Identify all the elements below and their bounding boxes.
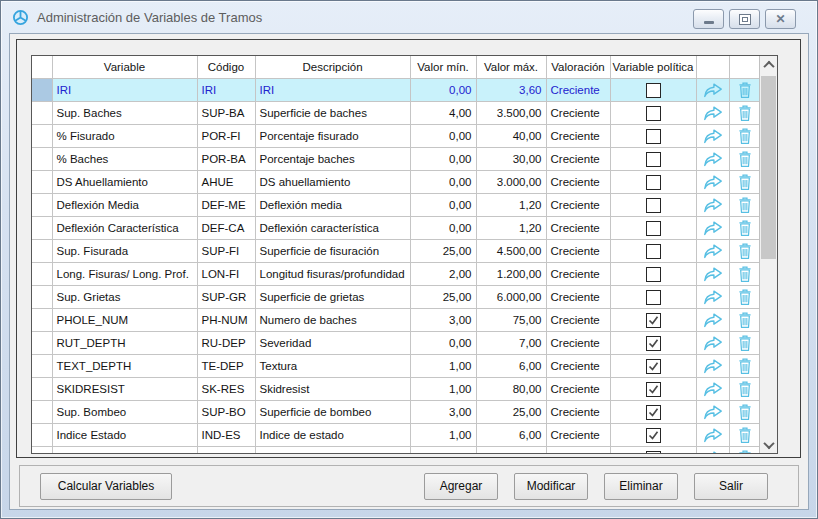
cell-variable[interactable]: SKIDRESIST <box>52 378 197 401</box>
cell-valoracion[interactable]: Creciente <box>546 378 610 401</box>
delete-action-button[interactable] <box>729 263 760 286</box>
cell-valoracion[interactable]: Creciente <box>546 263 610 286</box>
delete-button[interactable]: Eliminar <box>604 473 678 500</box>
scroll-down-button[interactable] <box>760 436 777 453</box>
cell-descripcion[interactable]: Deflexión media <box>255 194 410 217</box>
table-row[interactable]: SKIDRESIST SK-RES Skidresist 1,00 80,00 … <box>32 378 760 401</box>
cell-valor-min[interactable]: 3,00 <box>410 309 476 332</box>
delete-action-button[interactable] <box>729 424 760 447</box>
cell-valor-min[interactable]: 0,00 <box>410 332 476 355</box>
row-selector[interactable] <box>32 102 52 125</box>
header-valor-min[interactable]: Valor mín. <box>410 56 476 79</box>
cell-variable[interactable]: IRI <box>52 79 197 102</box>
table-row[interactable]: Long. Fisuras/ Long. Prof. LON-FI Longit… <box>32 263 760 286</box>
delete-action-button[interactable] <box>729 401 760 424</box>
cell-valor-max[interactable]: 30,00 <box>476 148 546 171</box>
cell-variable[interactable]: Indice Serviciabilidad <box>52 447 197 455</box>
table-row[interactable]: RUT_DEPTH RU-DEP Severidad 0,00 7,00 Cre… <box>32 332 760 355</box>
cell-valor-min[interactable]: 3,00 <box>410 401 476 424</box>
scroll-up-button[interactable] <box>760 56 777 73</box>
row-selector[interactable] <box>32 332 52 355</box>
delete-action-button[interactable] <box>729 148 760 171</box>
share-action-button[interactable] <box>696 424 729 447</box>
cell-valor-max[interactable]: 25,00 <box>476 401 546 424</box>
share-action-button[interactable] <box>696 378 729 401</box>
table-row[interactable]: DS Ahuellamiento AHUE DS ahuellamiento 0… <box>32 171 760 194</box>
delete-action-button[interactable] <box>729 240 760 263</box>
cell-valor-max[interactable]: 1.200,00 <box>476 263 546 286</box>
cell-variable[interactable]: Sup. Bombeo <box>52 401 197 424</box>
cell-descripcion[interactable]: Indice de estado <box>255 424 410 447</box>
cell-valor-max[interactable]: 3.500,00 <box>476 102 546 125</box>
add-button[interactable]: Agregar <box>424 473 498 500</box>
variable-politica-checkbox[interactable] <box>646 336 661 351</box>
share-action-button[interactable] <box>696 217 729 240</box>
cell-descripcion[interactable]: Skidresist <box>255 378 410 401</box>
maximize-button[interactable] <box>729 9 760 29</box>
header-variable[interactable]: Variable <box>52 56 197 79</box>
cell-descripcion[interactable]: Superficie de bombeo <box>255 401 410 424</box>
cell-valoracion[interactable]: Creciente <box>546 447 610 455</box>
cell-descripcion[interactable]: Superficie de fisuración <box>255 240 410 263</box>
cell-variable[interactable]: Deflexión Media <box>52 194 197 217</box>
close-button[interactable]: ✕ <box>765 9 796 29</box>
share-action-button[interactable] <box>696 355 729 378</box>
cell-valoracion[interactable]: Creciente <box>546 355 610 378</box>
cell-descripcion[interactable]: DS ahuellamiento <box>255 171 410 194</box>
table-row[interactable]: Indice Serviciabilidad IND-SE Indice de … <box>32 447 760 455</box>
cell-codigo[interactable]: DEF-CA <box>197 217 255 240</box>
cell-variable[interactable]: Indice Estado <box>52 424 197 447</box>
cell-variable[interactable]: Sup. Grietas <box>52 286 197 309</box>
delete-action-button[interactable] <box>729 125 760 148</box>
variable-politica-checkbox[interactable] <box>646 313 661 328</box>
cell-valor-max[interactable]: 6,00 <box>476 355 546 378</box>
cell-descripcion[interactable]: Superficie de grietas <box>255 286 410 309</box>
cell-variable[interactable]: TEXT_DEPTH <box>52 355 197 378</box>
cell-descripcion[interactable]: IRI <box>255 79 410 102</box>
row-selector[interactable] <box>32 125 52 148</box>
cell-valor-min[interactable]: 0,00 <box>410 194 476 217</box>
cell-valor-min[interactable]: 1,00 <box>410 424 476 447</box>
cell-descripcion[interactable]: Porcentaje baches <box>255 148 410 171</box>
variable-politica-checkbox[interactable] <box>646 83 661 98</box>
cell-valor-min[interactable]: 2,00 <box>410 263 476 286</box>
row-selector[interactable] <box>32 309 52 332</box>
variable-politica-checkbox[interactable] <box>646 152 661 167</box>
header-descripcion[interactable]: Descripción <box>255 56 410 79</box>
delete-action-button[interactable] <box>729 171 760 194</box>
delete-action-button[interactable] <box>729 217 760 240</box>
cell-codigo[interactable]: IRI <box>197 79 255 102</box>
delete-action-button[interactable] <box>729 332 760 355</box>
cell-variable[interactable]: Sup. Fisurada <box>52 240 197 263</box>
table-row[interactable]: Deflexión Media DEF-ME Deflexión media 0… <box>32 194 760 217</box>
cell-valor-max[interactable]: 6.000,00 <box>476 286 546 309</box>
share-action-button[interactable] <box>696 240 729 263</box>
variable-politica-checkbox[interactable] <box>646 451 661 455</box>
cell-descripcion[interactable]: Porcentaje fisurado <box>255 125 410 148</box>
cell-variable[interactable]: PHOLE_NUM <box>52 309 197 332</box>
cell-valor-min[interactable]: 0,00 <box>410 171 476 194</box>
row-selector[interactable] <box>32 286 52 309</box>
delete-action-button[interactable] <box>729 355 760 378</box>
cell-descripcion[interactable]: Severidad <box>255 332 410 355</box>
cell-codigo[interactable]: AHUE <box>197 171 255 194</box>
cell-variable[interactable]: % Fisurado <box>52 125 197 148</box>
cell-variable[interactable]: Deflexión Característica <box>52 217 197 240</box>
row-selector[interactable] <box>32 171 52 194</box>
cell-valoracion[interactable]: Creciente <box>546 125 610 148</box>
cell-codigo[interactable]: SUP-BO <box>197 401 255 424</box>
cell-variable[interactable]: Long. Fisuras/ Long. Prof. <box>52 263 197 286</box>
row-selector[interactable] <box>32 424 52 447</box>
cell-codigo[interactable]: POR-FI <box>197 125 255 148</box>
cell-valoracion[interactable]: Creciente <box>546 194 610 217</box>
share-action-button[interactable] <box>696 309 729 332</box>
cell-valor-max[interactable]: 40,00 <box>476 125 546 148</box>
cell-codigo[interactable]: IND-ES <box>197 424 255 447</box>
share-action-button[interactable] <box>696 286 729 309</box>
variable-politica-checkbox[interactable] <box>646 359 661 374</box>
cell-valor-max[interactable]: 80,00 <box>476 378 546 401</box>
cell-valoracion[interactable]: Creciente <box>546 401 610 424</box>
table-row[interactable]: Indice Estado IND-ES Indice de estado 1,… <box>32 424 760 447</box>
cell-valor-min[interactable]: 25,00 <box>410 240 476 263</box>
cell-valoracion[interactable]: Creciente <box>546 424 610 447</box>
